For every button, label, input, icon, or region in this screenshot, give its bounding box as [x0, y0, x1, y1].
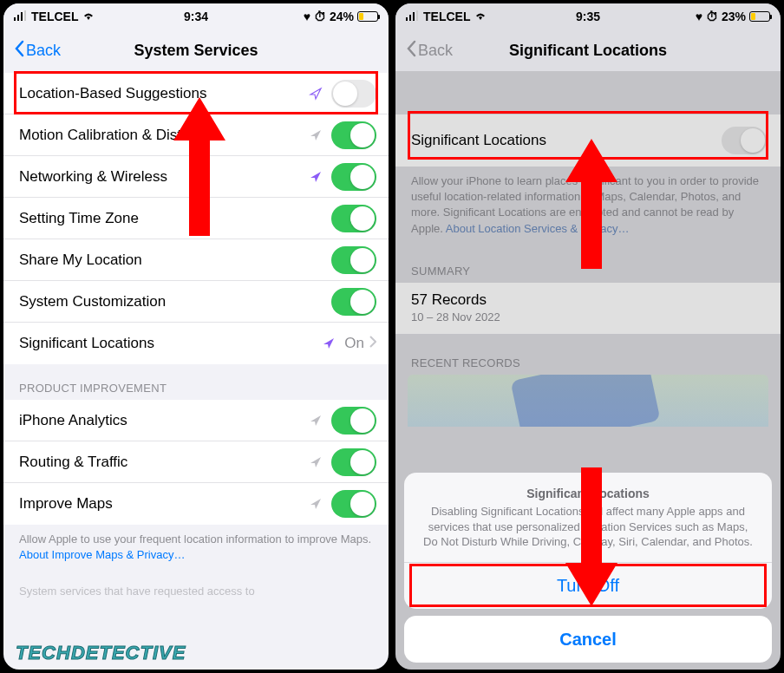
- toggle-networking-wireless[interactable]: [331, 163, 376, 191]
- row-label: iPhone Analytics: [19, 412, 309, 429]
- battery-icon: [749, 11, 770, 22]
- heart-icon: ♥: [304, 10, 310, 23]
- footer-link[interactable]: About Improve Maps & Privacy…: [19, 548, 185, 561]
- row-label: Improve Maps: [19, 495, 309, 513]
- row-significant-locations[interactable]: Significant Locations On: [3, 323, 389, 364]
- chevron-right-icon: [369, 336, 376, 351]
- alarm-icon: ⏱: [314, 10, 326, 23]
- chevron-left-icon: [406, 40, 416, 62]
- row-improve-maps[interactable]: Improve Maps: [3, 483, 389, 525]
- signal-icon: [14, 10, 28, 23]
- row-motion-calibration[interactable]: Motion Calibration & Distance: [3, 114, 389, 156]
- back-button[interactable]: Back: [7, 40, 68, 62]
- location-arrow-icon: [309, 87, 323, 101]
- toggle-location-based-suggestions[interactable]: [331, 80, 376, 108]
- back-label: Back: [418, 42, 453, 60]
- nav-bar: Back Significant Locations: [395, 29, 781, 71]
- wifi-icon: [82, 10, 95, 23]
- clock: 9:34: [184, 10, 208, 23]
- toggle-improve-maps[interactable]: [331, 490, 376, 518]
- sheet-description: Disabling Significant Locations will aff…: [421, 504, 755, 550]
- battery-text: 23%: [722, 10, 746, 23]
- row-setting-time-zone[interactable]: Setting Time Zone: [3, 198, 389, 239]
- nav-bar: Back System Services: [3, 29, 389, 71]
- battery-text: 24%: [330, 10, 354, 23]
- heart-icon: ♥: [696, 10, 702, 23]
- sheet-title: Significant Locations: [421, 487, 755, 500]
- svg-rect-2: [21, 12, 23, 21]
- cancel-button[interactable]: Cancel: [404, 616, 772, 663]
- toggle-system-customization[interactable]: [331, 288, 376, 316]
- signal-icon: [406, 10, 420, 23]
- row-routing-traffic[interactable]: Routing & Traffic: [3, 441, 389, 483]
- location-arrow-icon: [322, 336, 336, 350]
- row-networking-wireless[interactable]: Networking & Wireless: [3, 156, 389, 198]
- location-arrow-icon: [309, 497, 323, 511]
- system-services-list: Location-Based Suggestions Motion Calibr…: [3, 73, 389, 364]
- row-label: Share My Location: [19, 252, 331, 269]
- toggle-motion-calibration[interactable]: [331, 121, 376, 149]
- svg-rect-7: [413, 12, 415, 21]
- svg-rect-0: [14, 17, 16, 21]
- carrier-label: TELCEL: [423, 10, 470, 23]
- chevron-left-icon: [14, 40, 24, 62]
- toggle-routing-traffic[interactable]: [331, 448, 376, 476]
- row-label: System Customization: [19, 293, 331, 310]
- svg-rect-3: [24, 10, 26, 21]
- svg-rect-1: [17, 15, 19, 21]
- location-arrow-icon: [309, 128, 323, 142]
- group-header-product-improvement: PRODUCT IMPROVEMENT: [3, 376, 389, 400]
- svg-rect-5: [406, 17, 408, 21]
- watermark: TECHDETECTIVE: [16, 642, 186, 664]
- toggle-share-my-location[interactable]: [331, 246, 376, 274]
- action-sheet: Significant Locations Disabling Signific…: [404, 473, 772, 663]
- clock: 9:35: [576, 10, 600, 23]
- row-location-based-suggestions[interactable]: Location-Based Suggestions: [3, 73, 389, 114]
- phone-right-significant-locations: TELCEL 9:35 ♥ ⏱ 23% Back Significant Loc…: [395, 3, 781, 670]
- toggle-setting-time-zone[interactable]: [331, 205, 376, 232]
- status-bar: TELCEL 9:34 ♥ ⏱ 24%: [3, 3, 389, 29]
- row-label: Significant Locations: [19, 335, 322, 352]
- location-arrow-icon: [309, 170, 323, 184]
- phone-left-system-services: TELCEL 9:34 ♥ ⏱ 24% Back System Services…: [3, 3, 389, 670]
- back-button[interactable]: Back: [399, 40, 460, 62]
- footer-text: Allow Apple to use your frequent locatio…: [3, 525, 389, 570]
- battery-icon: [357, 11, 378, 22]
- turn-off-button[interactable]: Turn Off: [404, 562, 772, 609]
- row-label: Motion Calibration & Distance: [19, 127, 309, 144]
- svg-rect-6: [409, 15, 411, 21]
- location-arrow-icon: [309, 455, 323, 469]
- wifi-icon: [474, 10, 487, 23]
- row-value: On: [344, 335, 364, 352]
- back-label: Back: [26, 42, 61, 60]
- row-system-customization[interactable]: System Customization: [3, 281, 389, 323]
- svg-rect-8: [416, 10, 418, 21]
- row-label: Setting Time Zone: [19, 210, 331, 227]
- row-label: Networking & Wireless: [19, 168, 309, 186]
- row-label: Location-Based Suggestions: [19, 85, 309, 102]
- product-improvement-list: iPhone Analytics Routing & Traffic Impro…: [3, 400, 389, 525]
- status-bar: TELCEL 9:35 ♥ ⏱ 23%: [395, 3, 781, 29]
- location-arrow-icon: [309, 414, 323, 428]
- row-iphone-analytics[interactable]: iPhone Analytics: [3, 400, 389, 441]
- alarm-icon: ⏱: [706, 10, 718, 23]
- footer-text-2: System services that have requested acce…: [3, 570, 389, 606]
- row-label: Routing & Traffic: [19, 454, 309, 471]
- toggle-iphone-analytics[interactable]: [331, 407, 376, 435]
- carrier-label: TELCEL: [31, 10, 78, 23]
- row-share-my-location[interactable]: Share My Location: [3, 239, 389, 281]
